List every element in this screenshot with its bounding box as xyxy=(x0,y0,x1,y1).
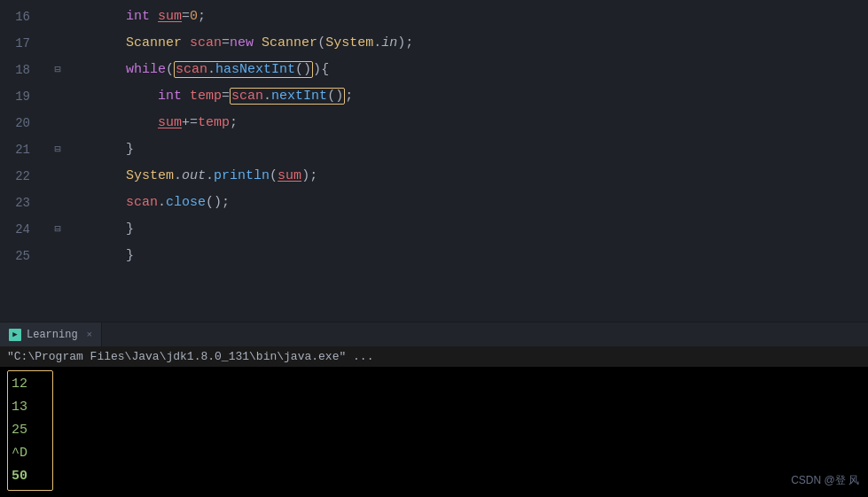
command-text: "C:\Program Files\Java\jdk1.8.0_131\bin\… xyxy=(7,350,373,363)
terminal-tab-label: Learning xyxy=(27,329,78,341)
line-number-24: 24 xyxy=(0,216,44,243)
line-number-20: 20 xyxy=(0,110,44,136)
code-editor: 16 int sum=0; 17 Scanner scan=new Scanne… xyxy=(0,0,868,322)
terminal-panel: "C:\Program Files\Java\jdk1.8.0_131\bin\… xyxy=(0,346,868,497)
code-line-25: 25 } xyxy=(0,243,868,269)
gutter-18: ⊟ xyxy=(44,57,71,83)
fold-icon-18[interactable]: ⊟ xyxy=(54,57,60,83)
output-line-ctrld: ^D xyxy=(12,442,49,465)
gutter-21: ⊟ xyxy=(44,136,71,163)
line-number-22: 22 xyxy=(0,163,44,190)
line-number-17: 17 xyxy=(0,30,44,57)
terminal-tab-icon: ▶ xyxy=(9,329,21,341)
terminal-tab-learning[interactable]: ▶ Learning × xyxy=(0,322,102,347)
output-line-25: 25 xyxy=(12,419,49,442)
fold-icon-24[interactable]: ⊟ xyxy=(54,216,60,243)
gutter-24: ⊟ xyxy=(44,216,71,243)
output-line-50: 50 xyxy=(12,465,49,488)
line-number-21: 21 xyxy=(0,136,44,163)
output-line-13: 13 xyxy=(12,396,49,419)
terminal-output-area: 12 13 25 ^D 50 xyxy=(0,367,868,497)
watermark: CSDN @登 风 xyxy=(791,473,859,488)
output-line-12: 12 xyxy=(12,373,49,396)
line-number-19: 19 xyxy=(0,83,44,110)
line-number-18: 18 xyxy=(0,57,44,83)
line-content-25: } xyxy=(71,216,868,296)
fold-icon-21[interactable]: ⊟ xyxy=(54,136,60,163)
tab-bar: ▶ Learning × xyxy=(0,322,868,346)
terminal-tab-close[interactable]: × xyxy=(87,330,93,340)
terminal-command-line: "C:\Program Files\Java\jdk1.8.0_131\bin\… xyxy=(0,346,868,367)
line-number-25: 25 xyxy=(0,243,44,269)
line-number-16: 16 xyxy=(0,4,44,30)
line-number-23: 23 xyxy=(0,190,44,216)
